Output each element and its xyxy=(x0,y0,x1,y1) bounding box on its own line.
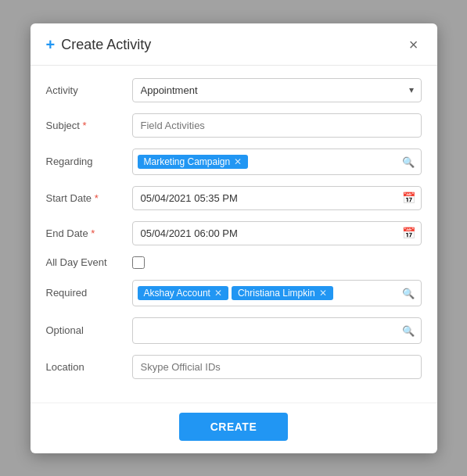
plus-icon: + xyxy=(46,36,56,54)
regarding-row: Regarding Marketing Campaign ✕ 🔍 xyxy=(46,149,422,175)
start-date-row: Start Date 📅 xyxy=(46,186,422,210)
required-tags-input[interactable]: Akshay Account ✕ Christiana Limpkin ✕ 🔍 xyxy=(132,280,422,306)
all-day-control xyxy=(132,256,422,269)
all-day-label: All Day Event xyxy=(46,256,132,268)
regarding-tag-close[interactable]: ✕ xyxy=(234,156,242,167)
end-date-label: End Date xyxy=(46,227,132,239)
regarding-control: Marketing Campaign ✕ 🔍 xyxy=(132,149,422,175)
close-button[interactable]: × xyxy=(406,37,422,52)
regarding-label: Regarding xyxy=(46,156,132,167)
modal-title: Create Activity xyxy=(61,37,406,53)
required-tag-1: Akshay Account ✕ xyxy=(138,286,228,300)
subject-control xyxy=(132,113,422,138)
activity-control: Appointment Task Email ▾ xyxy=(132,78,422,102)
end-date-control: 📅 xyxy=(132,221,422,245)
all-day-row: All Day Event xyxy=(46,256,422,269)
required-row: Required Akshay Account ✕ Christiana Lim… xyxy=(46,280,422,306)
optional-label: Optional xyxy=(46,324,132,336)
end-date-row: End Date 📅 xyxy=(46,221,422,245)
all-day-checkbox[interactable] xyxy=(132,256,145,269)
required-tag2-close[interactable]: ✕ xyxy=(319,288,327,299)
optional-control: 🔍 xyxy=(132,317,422,344)
search-icon: 🔍 xyxy=(402,156,415,167)
required-label: Required xyxy=(46,287,132,299)
location-row: Location xyxy=(46,355,422,379)
regarding-tag: Marketing Campaign ✕ xyxy=(138,155,249,169)
optional-row: Optional 🔍 xyxy=(46,317,422,344)
start-date-control: 📅 xyxy=(132,186,422,210)
subject-row: Subject xyxy=(46,113,422,138)
start-date-wrapper: 📅 xyxy=(132,186,422,210)
required-control: Akshay Account ✕ Christiana Limpkin ✕ 🔍 xyxy=(132,280,422,306)
optional-tags-input[interactable]: 🔍 xyxy=(132,317,422,344)
start-date-input[interactable] xyxy=(132,186,422,210)
modal-body: Activity Appointment Task Email ▾ Subjec… xyxy=(31,66,437,403)
subject-label: Subject xyxy=(46,120,132,131)
end-date-wrapper: 📅 xyxy=(132,221,422,245)
activity-select[interactable]: Appointment Task Email xyxy=(132,78,422,102)
modal-footer: CREATE xyxy=(31,403,437,453)
start-date-label: Start Date xyxy=(46,192,132,204)
activity-select-wrapper: Appointment Task Email ▾ xyxy=(132,78,422,102)
location-control xyxy=(132,355,422,379)
regarding-tags-input[interactable]: Marketing Campaign ✕ 🔍 xyxy=(132,149,422,175)
end-date-input[interactable] xyxy=(132,221,422,245)
location-input[interactable] xyxy=(132,355,422,379)
create-activity-modal: + Create Activity × Activity Appointment… xyxy=(31,23,437,453)
modal-header: + Create Activity × xyxy=(31,23,437,66)
search-icon: 🔍 xyxy=(402,324,415,336)
create-button[interactable]: CREATE xyxy=(179,413,289,441)
search-icon: 🔍 xyxy=(402,287,415,299)
activity-row: Activity Appointment Task Email ▾ xyxy=(46,78,422,102)
activity-label: Activity xyxy=(46,84,132,96)
required-tag1-close[interactable]: ✕ xyxy=(214,288,222,299)
required-tag-2: Christiana Limpkin ✕ xyxy=(232,286,333,300)
subject-input[interactable] xyxy=(132,113,422,138)
modal-overlay: + Create Activity × Activity Appointment… xyxy=(0,0,467,476)
location-label: Location xyxy=(46,361,132,373)
